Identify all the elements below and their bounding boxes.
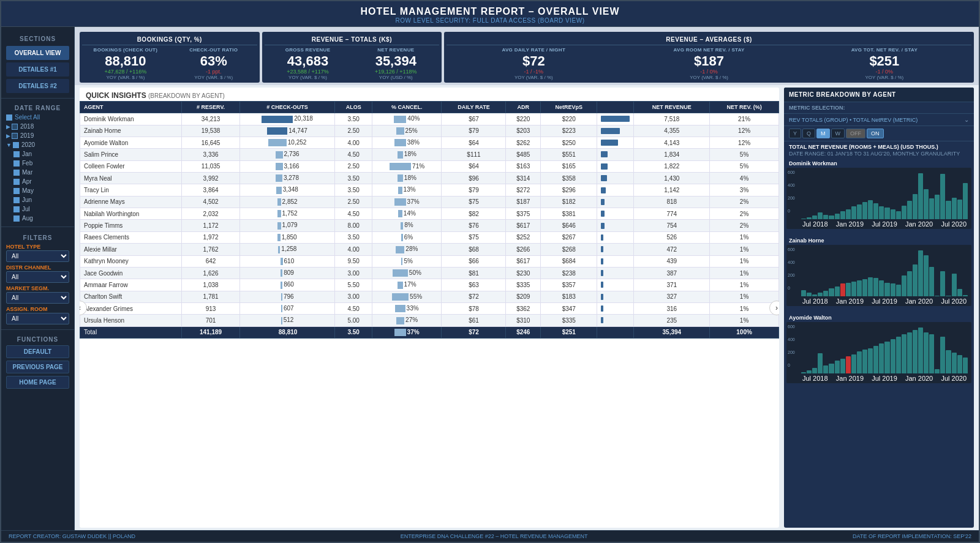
time-btn-y[interactable]: Y <box>789 129 801 138</box>
col-cancel[interactable]: % CANCEL. <box>372 102 442 113</box>
month-checkbox[interactable] <box>13 206 20 212</box>
date-month-jul[interactable]: Jul <box>1 204 74 214</box>
table-row[interactable]: Alexie Millar 1,762 1,258 4.00 28% $68 $… <box>80 244 779 255</box>
table-row[interactable]: Kathryn Mooney 642 610 9.50 5% $66 $617 … <box>80 255 779 267</box>
table-row[interactable]: Alexander Grimes 913 607 4.50 33% $78 $3… <box>80 302 779 314</box>
month-checkbox[interactable] <box>13 170 20 176</box>
cell-net-pct: 1% <box>710 302 779 314</box>
table-row[interactable]: Ursula Henson 701 512 5.00 27% $61 $310 … <box>80 315 779 326</box>
cell-daily-rate: $63 <box>442 279 506 291</box>
cell-checkouts: 2,736 <box>239 149 334 160</box>
table-row[interactable]: Zainab Horne 19,538 14,747 2.50 25% $79 … <box>80 125 779 137</box>
cell-alos: 5.00 <box>335 315 372 326</box>
date-month-may[interactable]: May <box>1 186 74 195</box>
table-row[interactable]: Ammaar Farrow 1,038 860 5.50 17% $63 $33… <box>80 279 779 291</box>
chart-bar <box>896 211 901 220</box>
month-checkbox[interactable] <box>13 188 20 194</box>
year-checkbox[interactable] <box>12 124 18 130</box>
time-btn-q[interactable]: Q <box>802 129 815 138</box>
col-checkouts[interactable]: # CHECK-OUTS <box>239 102 334 113</box>
distr-channel-select[interactable]: All <box>6 271 69 283</box>
table-row[interactable]: Total 141,189 88,810 3.50 37% $72 $246 $… <box>80 326 779 338</box>
month-checkbox[interactable] <box>13 215 20 222</box>
month-checkbox[interactable] <box>13 160 20 167</box>
assign-room-select[interactable]: All <box>6 313 69 324</box>
time-btn-off[interactable]: OFF <box>846 129 865 138</box>
time-btn-m[interactable]: M <box>816 129 830 138</box>
month-checkbox[interactable] <box>13 179 20 185</box>
hotel-type-select[interactable]: All <box>6 250 69 262</box>
market-segm-select[interactable]: All <box>6 292 69 304</box>
default-button[interactable]: DEFAULT <box>6 345 69 358</box>
table-row[interactable]: Nabilah Worthington 2,032 1,752 4.50 14%… <box>80 208 779 220</box>
chart-bar <box>807 370 812 373</box>
select-all-checkbox[interactable] <box>6 114 12 121</box>
table-row[interactable]: Charlton Swift 1,781 796 3.00 55% $72 $2… <box>80 291 779 302</box>
cell-netrevps: $223 <box>541 125 597 137</box>
previous-page-button[interactable]: PREVIOUS PAGE <box>6 361 69 373</box>
table-row[interactable]: Raees Clements 1,972 1,850 3.50 6% $75 $… <box>80 231 779 243</box>
table-row[interactable]: Colleen Fowler 11,035 3,166 2.50 71% $64… <box>80 160 779 172</box>
date-year-2018[interactable]: ▶ 2018 <box>1 122 74 131</box>
col-agent[interactable]: AGENT <box>80 102 182 113</box>
sidebar-item-overall-view[interactable]: OVERALL VIEW <box>6 46 69 60</box>
date-month-feb[interactable]: Feb <box>1 159 74 168</box>
charts-scroll[interactable]: Dominik Workman 6004002000 Jul 2018 Jan … <box>784 158 974 528</box>
date-year-2020[interactable]: ▼ 2020 <box>1 140 74 149</box>
date-month-apr[interactable]: Apr <box>1 177 74 186</box>
date-month-jun[interactable]: Jun <box>1 195 74 204</box>
table-row[interactable]: Myra Neal 3,992 3,278 3.50 18% $96 $314 … <box>80 172 779 184</box>
filter-market-segm: MARKET SEGM. All <box>1 284 74 305</box>
sidebar-item-detailes2[interactable]: DETAILES #2 <box>6 79 69 93</box>
chart-bar <box>862 202 867 220</box>
cell-checkouts: 1,752 <box>239 208 334 220</box>
col-reserv[interactable]: # RESERV. <box>182 102 240 113</box>
chart-bar <box>851 282 856 296</box>
table-row[interactable]: Tracy Lin 3,864 3,348 3.50 13% $79 $272 … <box>80 184 779 196</box>
table-row[interactable]: Jace Goodwin 1,626 809 3.00 50% $81 $230… <box>80 267 779 279</box>
col-net-revenue[interactable]: NET REVENUE <box>634 102 710 113</box>
year-checkbox[interactable] <box>12 133 18 139</box>
chart-bar <box>807 217 812 219</box>
cell-reserv: 16,645 <box>182 137 240 148</box>
month-checkbox[interactable] <box>13 197 20 203</box>
cell-alos: 3.50 <box>335 184 372 196</box>
col-net-pct[interactable]: NET REV. (%) <box>710 102 779 113</box>
col-daily-rate[interactable]: DAILY RATE <box>442 102 506 113</box>
date-month-jan[interactable]: Jan <box>1 149 74 159</box>
chart-bar <box>846 283 851 297</box>
table-row[interactable]: Salim Prince 3,336 2,736 4.50 18% $111 $… <box>80 149 779 160</box>
cell-net-pct: 1% <box>710 279 779 291</box>
table-row[interactable]: Dominik Workman 34,213 20,318 3.50 40% $… <box>80 113 779 125</box>
cell-agent: Salim Prince <box>80 149 182 160</box>
month-checkbox[interactable] <box>13 151 20 157</box>
metric-dropdown-arrow[interactable]: ⌄ <box>964 116 969 123</box>
kpi-bookings: BOOKINGS (QTY, %) BOOKINGS (CHECK OUT) C… <box>80 32 260 83</box>
time-btn-w[interactable]: W <box>831 129 845 138</box>
home-page-button[interactable]: HOME PAGE <box>6 376 69 389</box>
chart-bar <box>924 332 929 374</box>
select-all[interactable]: Select All <box>1 113 74 122</box>
cell-adr: $203 <box>506 125 541 137</box>
col-adr[interactable]: ADR <box>506 102 541 113</box>
table-row[interactable]: Poppie Timms 1,172 1,079 8.00 8% $76 $61… <box>80 220 779 231</box>
cell-bar <box>597 326 634 338</box>
kpi-revenue-averages: REVENUE – AVERAGES ($) AVG DAILY RATE / … <box>444 32 974 83</box>
table-row[interactable]: Ayomide Walton 16,645 10,252 4.00 38% $6… <box>80 137 779 148</box>
date-year-2019[interactable]: ▶ 2019 <box>1 131 74 140</box>
date-month-mar[interactable]: Mar <box>1 168 74 177</box>
cell-adr: $246 <box>506 326 541 338</box>
cell-agent: Raees Clements <box>80 231 182 243</box>
time-btn-on[interactable]: ON <box>867 129 884 138</box>
table-scroll[interactable]: AGENT # RESERV. # CHECK-OUTS ALOS % CANC… <box>80 101 779 528</box>
date-month-aug[interactable]: Aug <box>1 214 74 223</box>
col-netrevps[interactable]: NetREVpS <box>541 102 597 113</box>
table-row[interactable]: Adrienne Mays 4,502 2,852 2.50 37% $75 $… <box>80 196 779 208</box>
sidebar-item-detailes1[interactable]: DETAILES #1 <box>6 62 69 77</box>
metric-value: REV TOTALS (GROUP) • TOTAL NetREV (METRI… <box>789 117 918 123</box>
cell-agent: Tracy Lin <box>80 184 182 196</box>
expand-icon: ▶ <box>6 124 10 130</box>
filter-distr-channel: DISTR CHANNEL All <box>1 263 74 284</box>
year-checkbox[interactable] <box>13 142 19 148</box>
col-alos[interactable]: ALOS <box>335 102 372 113</box>
